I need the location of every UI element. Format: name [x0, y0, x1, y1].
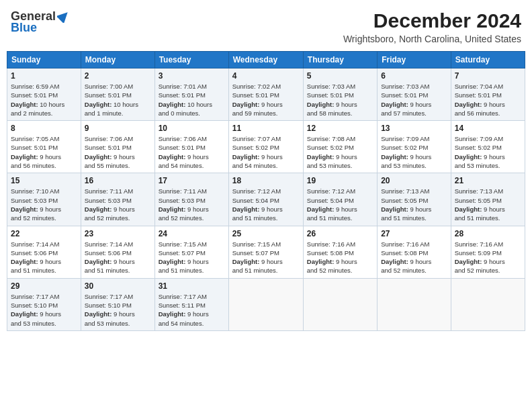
calendar-week-3: 15Sunrise: 7:10 AMSunset: 5:03 PMDayligh…	[7, 173, 525, 226]
calendar-week-4: 22Sunrise: 7:14 AMSunset: 5:06 PMDayligh…	[7, 226, 525, 278]
calendar-cell: 5Sunrise: 7:03 AMSunset: 5:01 PMDaylight…	[303, 68, 377, 121]
weekday-tuesday: Tuesday	[154, 52, 228, 68]
day-info: Sunrise: 7:06 AMSunset: 5:01 PMDaylight:…	[159, 134, 225, 170]
day-info: Sunrise: 7:17 AMSunset: 5:10 PMDaylight:…	[85, 292, 151, 328]
calendar-cell: 24Sunrise: 7:15 AMSunset: 5:07 PMDayligh…	[154, 226, 228, 278]
weekday-wednesday: Wednesday	[228, 52, 303, 68]
day-number: 3	[159, 71, 225, 81]
day-number: 13	[381, 124, 447, 133]
day-info: Sunrise: 7:10 AMSunset: 5:03 PMDaylight:…	[11, 187, 77, 222]
day-info: Sunrise: 6:59 AMSunset: 5:01 PMDaylight:…	[11, 82, 77, 118]
calendar-cell: 10Sunrise: 7:06 AMSunset: 5:01 PMDayligh…	[154, 121, 228, 173]
calendar-body: 1Sunrise: 6:59 AMSunset: 5:01 PMDaylight…	[7, 68, 525, 331]
day-number: 20	[381, 176, 447, 185]
calendar-table: SundayMondayTuesdayWednesdayThursdayFrid…	[7, 51, 525, 331]
day-number: 21	[455, 176, 521, 185]
calendar-cell: 4Sunrise: 7:02 AMSunset: 5:01 PMDaylight…	[228, 68, 303, 121]
day-number: 5	[307, 71, 373, 81]
day-number: 8	[11, 124, 77, 133]
day-number: 27	[381, 229, 447, 238]
day-info: Sunrise: 7:14 AMSunset: 5:06 PMDaylight:…	[85, 240, 151, 275]
calendar-cell: 3Sunrise: 7:01 AMSunset: 5:01 PMDaylight…	[154, 68, 228, 121]
day-number: 28	[455, 229, 521, 238]
calendar-cell: 12Sunrise: 7:08 AMSunset: 5:02 PMDayligh…	[303, 121, 377, 173]
title-block: December 2024 Wrightsboro, North Carolin…	[343, 9, 521, 44]
day-number: 16	[85, 176, 151, 185]
calendar-cell: 29Sunrise: 7:17 AMSunset: 5:10 PMDayligh…	[7, 278, 81, 330]
calendar-cell: 14Sunrise: 7:09 AMSunset: 5:02 PMDayligh…	[451, 121, 525, 173]
calendar-cell: 28Sunrise: 7:16 AMSunset: 5:09 PMDayligh…	[451, 226, 525, 278]
day-number: 2	[85, 71, 151, 81]
calendar-cell: 6Sunrise: 7:03 AMSunset: 5:01 PMDaylight…	[378, 68, 451, 121]
day-number: 26	[307, 229, 373, 238]
calendar-cell: 19Sunrise: 7:12 AMSunset: 5:04 PMDayligh…	[303, 173, 377, 226]
calendar-cell: 18Sunrise: 7:12 AMSunset: 5:04 PMDayligh…	[228, 173, 303, 226]
day-info: Sunrise: 7:13 AMSunset: 5:05 PMDaylight:…	[455, 187, 521, 222]
calendar-cell: 17Sunrise: 7:11 AMSunset: 5:03 PMDayligh…	[154, 173, 228, 226]
calendar-cell: 26Sunrise: 7:16 AMSunset: 5:08 PMDayligh…	[303, 226, 377, 278]
day-number: 14	[455, 124, 521, 133]
page-header: General Blue December 2024 Wrightsboro, …	[7, 7, 525, 47]
calendar-cell	[451, 278, 525, 330]
day-info: Sunrise: 7:12 AMSunset: 5:04 PMDaylight:…	[232, 187, 300, 222]
day-number: 18	[232, 176, 300, 185]
logo: General Blue	[11, 9, 71, 35]
calendar-cell: 20Sunrise: 7:13 AMSunset: 5:05 PMDayligh…	[378, 173, 451, 226]
calendar-cell: 1Sunrise: 6:59 AMSunset: 5:01 PMDaylight…	[7, 68, 81, 121]
day-number: 1	[11, 71, 77, 81]
calendar-cell: 25Sunrise: 7:15 AMSunset: 5:07 PMDayligh…	[228, 226, 303, 278]
calendar-cell: 8Sunrise: 7:05 AMSunset: 5:01 PMDaylight…	[7, 121, 81, 173]
day-info: Sunrise: 7:13 AMSunset: 5:05 PMDaylight:…	[381, 187, 447, 222]
day-info: Sunrise: 7:15 AMSunset: 5:07 PMDaylight:…	[159, 240, 225, 275]
calendar-cell: 27Sunrise: 7:16 AMSunset: 5:08 PMDayligh…	[378, 226, 451, 278]
calendar-week-2: 8Sunrise: 7:05 AMSunset: 5:01 PMDaylight…	[7, 121, 525, 173]
day-number: 22	[11, 229, 77, 238]
calendar-cell: 15Sunrise: 7:10 AMSunset: 5:03 PMDayligh…	[7, 173, 81, 226]
day-number: 24	[159, 229, 225, 238]
day-number: 7	[455, 71, 521, 81]
day-info: Sunrise: 7:07 AMSunset: 5:02 PMDaylight:…	[232, 134, 300, 170]
calendar-cell: 13Sunrise: 7:09 AMSunset: 5:02 PMDayligh…	[378, 121, 451, 173]
day-number: 31	[159, 281, 225, 291]
day-info: Sunrise: 7:16 AMSunset: 5:08 PMDaylight:…	[307, 240, 373, 275]
logo-blue: Blue	[11, 21, 37, 35]
weekday-header-row: SundayMondayTuesdayWednesdayThursdayFrid…	[7, 52, 525, 68]
calendar-cell	[303, 278, 377, 330]
day-info: Sunrise: 7:03 AMSunset: 5:01 PMDaylight:…	[307, 82, 373, 118]
day-number: 19	[307, 176, 373, 185]
calendar-cell: 31Sunrise: 7:17 AMSunset: 5:11 PMDayligh…	[154, 278, 228, 330]
day-number: 23	[85, 229, 151, 238]
weekday-thursday: Thursday	[303, 52, 377, 68]
day-info: Sunrise: 7:12 AMSunset: 5:04 PMDaylight:…	[307, 187, 373, 222]
calendar-week-1: 1Sunrise: 6:59 AMSunset: 5:01 PMDaylight…	[7, 68, 525, 121]
day-info: Sunrise: 7:04 AMSunset: 5:01 PMDaylight:…	[455, 82, 521, 118]
calendar-cell	[228, 278, 303, 330]
day-info: Sunrise: 7:17 AMSunset: 5:11 PMDaylight:…	[159, 292, 225, 328]
weekday-friday: Friday	[378, 52, 451, 68]
location: Wrightsboro, North Carolina, United Stat…	[343, 34, 521, 44]
day-info: Sunrise: 7:17 AMSunset: 5:10 PMDaylight:…	[11, 292, 77, 328]
calendar-cell: 22Sunrise: 7:14 AMSunset: 5:06 PMDayligh…	[7, 226, 81, 278]
calendar-cell: 23Sunrise: 7:14 AMSunset: 5:06 PMDayligh…	[81, 226, 154, 278]
day-number: 4	[232, 71, 300, 81]
day-info: Sunrise: 7:03 AMSunset: 5:01 PMDaylight:…	[381, 82, 447, 118]
day-info: Sunrise: 7:01 AMSunset: 5:01 PMDaylight:…	[159, 82, 225, 118]
day-number: 11	[232, 124, 300, 133]
day-info: Sunrise: 7:15 AMSunset: 5:07 PMDaylight:…	[232, 240, 300, 275]
weekday-sunday: Sunday	[7, 52, 81, 68]
weekday-saturday: Saturday	[451, 52, 525, 68]
calendar-cell: 2Sunrise: 7:00 AMSunset: 5:01 PMDaylight…	[81, 68, 154, 121]
day-number: 30	[85, 281, 151, 291]
day-info: Sunrise: 7:16 AMSunset: 5:09 PMDaylight:…	[455, 240, 521, 275]
day-number: 6	[381, 71, 447, 81]
day-info: Sunrise: 7:16 AMSunset: 5:08 PMDaylight:…	[381, 240, 447, 275]
calendar-cell: 30Sunrise: 7:17 AMSunset: 5:10 PMDayligh…	[81, 278, 154, 330]
day-info: Sunrise: 7:11 AMSunset: 5:03 PMDaylight:…	[85, 187, 151, 222]
day-info: Sunrise: 7:09 AMSunset: 5:02 PMDaylight:…	[455, 134, 521, 170]
calendar-cell: 16Sunrise: 7:11 AMSunset: 5:03 PMDayligh…	[81, 173, 154, 226]
svg-marker-0	[57, 9, 71, 23]
day-info: Sunrise: 7:14 AMSunset: 5:06 PMDaylight:…	[11, 240, 77, 275]
day-number: 25	[232, 229, 300, 238]
day-number: 15	[11, 176, 77, 185]
day-info: Sunrise: 7:05 AMSunset: 5:01 PMDaylight:…	[11, 134, 77, 170]
